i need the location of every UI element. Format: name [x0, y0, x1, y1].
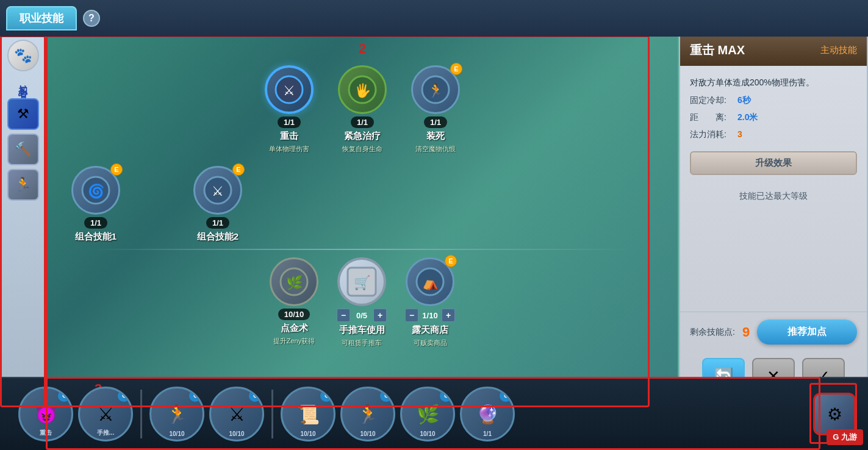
skill-icon-inner: 🏃 — [166, 404, 188, 425]
skill-play-dead[interactable]: 🏃 E 1/1 装死 清空魔物仇恨 — [411, 65, 460, 154]
badge-e: E — [110, 163, 123, 176]
skill-level: 10/10 — [278, 309, 310, 320]
refresh-badge: ↻ — [380, 390, 392, 402]
skill-level: 10/10 — [420, 430, 435, 437]
panel-body: 对敌方单体造成200%物理伤害。 固定冷却: 6秒 距 离: 2.0米 法力消耗… — [680, 66, 867, 312]
svg-text:🛒: 🛒 — [354, 274, 371, 291]
skill-open-shop[interactable]: ⛺ E − 1/10 + 露天商店 可贩卖商品 — [405, 257, 455, 348]
logo-text: G 九游 — [833, 432, 857, 441]
refresh-badge: ↻ — [500, 390, 512, 402]
refresh-badge: ↻ — [118, 390, 130, 402]
skill-divider — [90, 249, 636, 250]
sidebar-item-sword[interactable]: ⚒ — [7, 98, 39, 130]
bottom-separator-2 — [271, 390, 273, 438]
skill-name: 组合技能1 — [75, 231, 117, 243]
skill-icon-inner: 📜 — [297, 404, 320, 425]
panel-header: 重击 MAX 主动技能 — [680, 35, 867, 66]
refresh-badge: ↻ — [440, 390, 452, 402]
range-label: 距 离: — [690, 112, 733, 123]
skill-icon-wrap: 🏃 E — [411, 65, 460, 114]
bottom-skill-1[interactable]: ↻ 😈 重击 — [18, 387, 73, 441]
panel-footer: 剩余技能点: 9 推荐加点 — [680, 312, 867, 352]
skill-combo2[interactable]: ⚔ E 1/1 组合技能2 — [193, 166, 242, 243]
upgrade-effect-btn[interactable]: 升级效果 — [690, 151, 857, 175]
svg-text:🌀: 🌀 — [88, 183, 105, 199]
bottom-skill-7[interactable]: ↻ 🌿 10/10 — [400, 387, 455, 441]
left-sidebar: 🐾 初心者1 ⚒ 🔨 🏃 — [0, 34, 46, 405]
refresh-badge: ↻ — [189, 390, 201, 402]
skill-row-1: ⚔ 1/1 重击 单体物理伤害 🖐 1/1 紧急治疗 恢复自身生命 — [59, 65, 665, 154]
skill-name: 重击 — [280, 130, 298, 142]
svg-text:🏃: 🏃 — [428, 82, 445, 99]
qty-minus-btn[interactable]: − — [405, 309, 418, 322]
skill-icon-inner: ⚔ — [98, 404, 114, 425]
panel-title: 重击 MAX — [690, 42, 745, 59]
skill-desc: 提升Zeny获得 — [273, 337, 315, 346]
badge-e: E — [450, 63, 462, 75]
qty-plus-btn[interactable]: + — [373, 309, 387, 322]
skill-level: 10/10 — [169, 430, 184, 437]
skill-icon-inner: 🌿 — [417, 404, 439, 425]
gear-icon: ⚙ — [827, 404, 842, 424]
skill-name: 装死 — [426, 130, 445, 142]
skill-desc: 可贩卖商品 — [414, 338, 447, 348]
skill-pushcart[interactable]: 🛒 − 0/5 + 手推车使用 可租赁手推车 — [337, 257, 387, 348]
skill-level: 10/10 — [360, 430, 375, 437]
skill-row-2: 🌀 E 1/1 组合技能1 ⚔ E 1/1 组合技能2 — [71, 166, 665, 243]
skill-name: 点金术 — [281, 323, 308, 334]
skill-gold-touch[interactable]: 🌿 10/10 点金术 提升Zeny获得 — [270, 257, 318, 348]
sidebar-item-hammer[interactable]: 🔨 — [7, 134, 39, 165]
skill-level: 1/1 — [278, 116, 301, 128]
qty-value: 1/10 — [421, 311, 439, 320]
skill-heavy-strike[interactable]: ⚔ 1/1 重击 单体物理伤害 — [265, 65, 314, 154]
skill-name: 露天商店 — [412, 324, 448, 336]
bottom-skill-5[interactable]: ↻ 📜 10/10 — [281, 387, 335, 441]
bottom-skill-6[interactable]: ↻ 🏃 10/10 — [340, 387, 395, 441]
avatar: 🐾 — [7, 40, 39, 71]
skills-tab[interactable]: 职业技能 — [6, 6, 77, 30]
svg-text:⚔: ⚔ — [212, 184, 224, 199]
skill-icon-inner: ⚔ — [229, 404, 245, 425]
skill-level: 1/1 — [483, 430, 492, 437]
sidebar-item-run[interactable]: 🏃 — [7, 169, 39, 201]
section2-label: 2 — [359, 41, 366, 57]
skills-area: 2 ⚔ 1/1 重击 单体物理伤害 — [46, 34, 679, 405]
skill-icon-wrap: 🌀 E — [71, 166, 120, 215]
range-value: 2.0米 — [737, 112, 758, 123]
skill-icon: 🌿 — [270, 257, 318, 306]
svg-text:⛺: ⛺ — [422, 274, 439, 291]
skill-level: 1/1 — [84, 217, 107, 229]
skill-name: 紧急治疗 — [344, 130, 381, 142]
badge-e: E — [445, 255, 457, 267]
skill-name: 组合技能2 — [197, 231, 239, 243]
max-level-text: 技能已达最大等级 — [690, 186, 857, 207]
recommend-btn[interactable]: 推荐加点 — [757, 320, 857, 345]
cooldown-label: 固定冷却: — [690, 95, 733, 106]
skill-desc: 恢复自身生命 — [342, 145, 382, 154]
skill-icon-wrap: ⚔ E — [193, 166, 242, 215]
skill-desc: 单体物理伤害 — [269, 145, 309, 154]
skill-emergency-heal[interactable]: 🖐 1/1 紧急治疗 恢复自身生命 — [338, 65, 387, 154]
mana-value: 3 — [737, 129, 742, 139]
skill-icon-wrap: 🖐 — [338, 65, 387, 114]
skill-combo1[interactable]: 🌀 E 1/1 组合技能1 — [71, 166, 120, 243]
bottom-skill-2[interactable]: ↻ ⚔ 手推... — [78, 387, 133, 441]
skill-level: 手推... — [97, 429, 114, 437]
skill-level: 10/10 — [229, 430, 244, 437]
help-button[interactable]: ? — [83, 10, 100, 27]
top-bar: 职业技能 ? — [0, 0, 868, 37]
refresh-badge: ↻ — [58, 390, 70, 402]
bottom-separator — [140, 390, 142, 438]
qty-plus-btn[interactable]: + — [442, 309, 455, 322]
skill-level: 重击 — [40, 429, 52, 437]
cooldown-value: 6秒 — [737, 95, 751, 106]
bottom-skill-8[interactable]: ↻ 🔮 1/1 — [460, 387, 515, 441]
qty-minus-btn[interactable]: − — [337, 309, 350, 322]
main-container: 🐾 初心者1 ⚒ 🔨 🏃 2 ⚔ 1/1 重击 单体物理伤害 — [0, 34, 868, 405]
skill-icon-wrap: ⚔ — [265, 65, 314, 114]
bottom-skill-3[interactable]: ↻ 🏃 10/10 — [149, 387, 204, 441]
skill-icon-wrap: 🌿 — [270, 257, 318, 306]
detail-mana: 法力消耗: 3 — [690, 129, 857, 140]
skill-icon-wrap: 🛒 — [337, 257, 386, 306]
bottom-skill-4[interactable]: ↻ ⚔ 10/10 — [209, 387, 264, 441]
